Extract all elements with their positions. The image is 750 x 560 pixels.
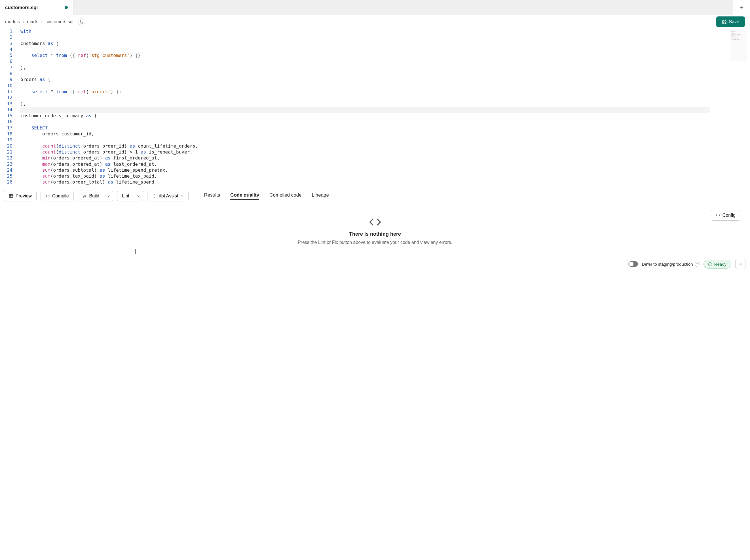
- sparkle-icon: [152, 194, 157, 198]
- code-content[interactable]: with customers as ( select * from {{ ref…: [20, 28, 710, 185]
- dbt-assist-button[interactable]: dbt Assist: [147, 191, 189, 201]
- save-button[interactable]: Save: [716, 16, 745, 27]
- code-editor[interactable]: 1234567891011121314151617181920212223242…: [0, 28, 750, 187]
- breadcrumb-item[interactable]: models: [5, 19, 20, 24]
- text-cursor-icon: [135, 249, 136, 254]
- new-tab-button[interactable]: [733, 0, 750, 15]
- wrench-icon: [82, 194, 87, 198]
- lint-label: Lint: [122, 193, 129, 199]
- save-icon: [722, 20, 727, 24]
- circle-icon: [708, 262, 712, 266]
- build-label: Build: [89, 193, 100, 199]
- svg-point-1: [82, 22, 83, 23]
- action-toolbar: Preview Compile Build Lint dbt Assist Re…: [0, 187, 750, 205]
- preview-label: Preview: [16, 193, 32, 199]
- chevron-right-icon: ›: [23, 19, 24, 24]
- status-bar: Defer to staging/production ? Ready: [0, 256, 750, 272]
- config-label: Config: [723, 213, 735, 218]
- unsaved-indicator-icon: [65, 6, 68, 9]
- empty-title: There is nothing here: [349, 231, 401, 237]
- config-button[interactable]: Config: [711, 210, 741, 221]
- result-tabs: Results Code quality Compiled code Linea…: [204, 192, 329, 200]
- tab-bar: customers.sql: [0, 0, 750, 15]
- tab-results[interactable]: Results: [204, 192, 220, 200]
- version-control-icon[interactable]: [78, 18, 85, 25]
- compile-label: Compile: [52, 193, 69, 199]
- svg-point-5: [742, 264, 742, 265]
- lint-button[interactable]: Lint: [117, 191, 134, 201]
- chevron-down-icon: [137, 194, 140, 198]
- save-label: Save: [729, 19, 739, 24]
- table-icon: [9, 194, 13, 198]
- preview-button[interactable]: Preview: [4, 191, 37, 201]
- breadcrumb: models › marts › customers.sql: [5, 18, 85, 25]
- lint-split-button: Lint: [117, 191, 143, 201]
- chevron-right-icon: ›: [41, 19, 42, 24]
- code-icon: [716, 213, 720, 217]
- breadcrumb-item[interactable]: marts: [27, 19, 38, 24]
- minimap[interactable]: with customers as ( select * from ref st…: [730, 30, 747, 61]
- line-gutter: 1234567891011121314151617181920212223242…: [0, 28, 17, 185]
- svg-rect-2: [9, 194, 13, 198]
- file-tab[interactable]: customers.sql: [0, 0, 74, 15]
- breadcrumb-item[interactable]: customers.sql: [45, 19, 74, 24]
- help-icon[interactable]: ?: [695, 262, 699, 267]
- tab-code-quality[interactable]: Code quality: [230, 192, 259, 200]
- fold-guides: [17, 28, 19, 187]
- ellipsis-icon: [738, 262, 743, 267]
- svg-point-4: [740, 264, 741, 265]
- build-split-button: Build: [78, 191, 114, 201]
- defer-toggle[interactable]: [628, 261, 638, 267]
- plus-icon: [739, 5, 744, 10]
- assist-label: dbt Assist: [159, 193, 178, 199]
- build-button[interactable]: Build: [78, 191, 104, 201]
- results-panel: Config There is nothing here Press the L…: [0, 205, 750, 256]
- svg-point-3: [738, 264, 739, 265]
- chevron-down-icon: [180, 194, 184, 198]
- empty-subtitle: Press the Lint or Fix button above to ev…: [298, 240, 452, 245]
- tab-lineage[interactable]: Lineage: [312, 192, 329, 200]
- defer-label: Defer to staging/production ?: [642, 262, 699, 267]
- code-icon: [369, 216, 381, 228]
- compile-button[interactable]: Compile: [41, 191, 74, 201]
- chevron-down-icon: [107, 194, 110, 198]
- more-button[interactable]: [735, 259, 746, 269]
- svg-point-0: [80, 20, 81, 22]
- lint-dropdown[interactable]: [134, 191, 143, 201]
- breadcrumb-row: models › marts › customers.sql Save: [0, 15, 750, 28]
- ready-status: Ready: [704, 260, 731, 269]
- tab-compiled-code[interactable]: Compiled code: [269, 192, 301, 200]
- ready-label: Ready: [714, 262, 727, 267]
- tab-title: customers.sql: [5, 5, 38, 11]
- build-dropdown[interactable]: [104, 191, 113, 201]
- code-icon: [45, 194, 50, 198]
